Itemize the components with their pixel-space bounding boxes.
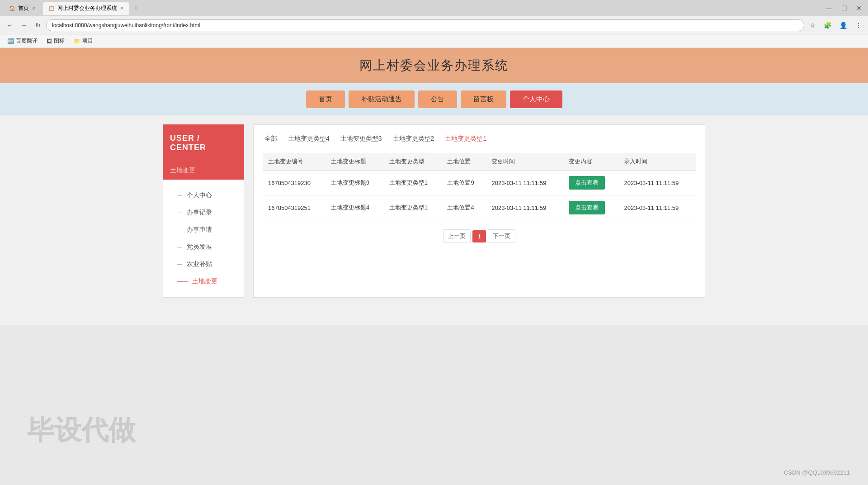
- sidebar-item-party[interactable]: 党员发展: [163, 238, 244, 256]
- cell-type-2: 土地变更类型1: [384, 195, 442, 220]
- nav-item-personal[interactable]: 个人中心: [510, 90, 562, 108]
- col-header-content: 变更内容: [563, 153, 619, 171]
- tab-close-home[interactable]: ✕: [32, 5, 36, 11]
- nav-item-home[interactable]: 首页: [306, 90, 345, 108]
- sidebar-menu: 个人中心 办事记录 办事申请 党员发展 农业补贴 土地变更: [163, 180, 244, 298]
- browser-tab-active[interactable]: 📋 网上村委会业务办理系统 ✕: [43, 2, 129, 15]
- bookmark-label-icons: 图标: [54, 37, 65, 45]
- sidebar-header: USER / CENTER: [163, 124, 244, 162]
- col-header-entry-time: 录入时间: [618, 153, 696, 171]
- cell-entry-time-1: 2023-03-11 11:11:59: [618, 171, 696, 195]
- browser-tabs-bar: 🏠 首页 ✕ 📋 网上村委会业务办理系统 ✕ + — ☐ ✕: [0, 0, 868, 16]
- forward-button[interactable]: →: [18, 20, 30, 31]
- filter-tab-type4[interactable]: 土地变更类型4: [286, 134, 331, 144]
- bookmark-icon-baidu: 🔤: [7, 38, 14, 44]
- table-row: 1678504319251 土地变更标题4 土地变更类型1 土地位置4 2023…: [263, 195, 696, 220]
- col-header-id: 土地变更编号: [263, 153, 326, 171]
- cell-content-1: 点击查看: [563, 171, 619, 195]
- cell-id-2: 1678504319251: [263, 195, 326, 220]
- page-1-button[interactable]: 1: [472, 230, 486, 242]
- cell-change-time-2: 2023-03-11 11:11:59: [486, 195, 563, 220]
- cell-change-time-1: 2023-03-11 11:11:59: [486, 171, 563, 195]
- close-button[interactable]: ✕: [854, 3, 864, 14]
- extensions-button[interactable]: 🧩: [821, 20, 834, 31]
- sidebar-item-land-change[interactable]: 土地变更: [163, 273, 244, 290]
- browser-tab-inactive[interactable]: 🏠 首页 ✕: [4, 2, 41, 15]
- csdn-badge: CSDN @QQ1039692211: [784, 469, 850, 476]
- nav-item-notice[interactable]: 公告: [418, 90, 457, 108]
- cell-entry-time-2: 2023-03-11 11:11:59: [618, 195, 696, 220]
- prev-page-button[interactable]: 上一页: [443, 229, 471, 243]
- nav-item-message[interactable]: 留言板: [461, 90, 506, 108]
- maximize-button[interactable]: ☐: [839, 3, 850, 14]
- cell-type-1: 土地变更类型1: [384, 171, 442, 195]
- pagination: 上一页 1 下一页: [263, 229, 696, 243]
- col-header-location: 土地位置: [442, 153, 486, 171]
- sidebar: USER / CENTER 土地变更 个人中心 办事记录 办事申请 党员发展 农…: [163, 124, 244, 298]
- sidebar-item-affairs-apply[interactable]: 办事申请: [163, 221, 244, 238]
- menu-button[interactable]: ⋮: [853, 20, 864, 31]
- browser-window: 🏠 首页 ✕ 📋 网上村委会业务办理系统 ✕ + — ☐ ✕ ← → ↻ ☆ 🧩…: [0, 0, 868, 485]
- tab-close-main[interactable]: ✕: [120, 5, 124, 11]
- cell-title-1: 土地变更标题9: [326, 171, 384, 195]
- sidebar-item-personal[interactable]: 个人中心: [163, 187, 244, 204]
- cell-content-2: 点击查看: [563, 195, 619, 220]
- bookmark-label-baidu: 百度翻译: [16, 37, 38, 45]
- site-header: 网上村委会业务办理系统: [0, 48, 868, 83]
- filter-tabs: 全部 土地变更类型4 土地变更类型3 土地变更类型2 土地变更类型1: [263, 134, 696, 144]
- content-area: 全部 土地变更类型4 土地变更类型3 土地变更类型2 土地变更类型1 土地变更编…: [253, 124, 705, 298]
- profile-button[interactable]: 👤: [837, 20, 850, 31]
- tab-label-main: 网上村委会业务办理系统: [57, 5, 117, 12]
- reload-button[interactable]: ↻: [33, 20, 43, 31]
- bookmark-button[interactable]: ☆: [807, 20, 818, 31]
- bookmark-project[interactable]: 📁 项目: [72, 36, 95, 46]
- bookmark-icon-project: 📁: [74, 38, 80, 44]
- new-tab-button[interactable]: +: [131, 4, 141, 12]
- sidebar-item-agri-subsidy[interactable]: 农业补贴: [163, 256, 244, 273]
- sidebar-subtitle: 土地变更: [170, 166, 195, 175]
- site-title: 网上村委会业务办理系统: [0, 57, 868, 74]
- cell-title-2: 土地变更标题4: [326, 195, 384, 220]
- nav-item-subsidy[interactable]: 补贴活动通告: [349, 90, 415, 108]
- col-header-title: 土地变更标题: [326, 153, 384, 171]
- view-button-2[interactable]: 点击查看: [569, 201, 605, 214]
- bookmark-label-project: 项目: [82, 37, 93, 45]
- back-button[interactable]: ←: [4, 20, 15, 31]
- sidebar-title-en: USER / CENTER: [170, 133, 237, 152]
- browser-toolbar: ← → ↻ ☆ 🧩 👤 ⋮: [0, 16, 868, 34]
- next-page-button[interactable]: 下一页: [488, 229, 515, 243]
- sidebar-item-affairs-record[interactable]: 办事记录: [163, 204, 244, 221]
- filter-tab-type2[interactable]: 土地变更类型2: [391, 134, 436, 144]
- main-container: USER / CENTER 土地变更 个人中心 办事记录 办事申请 党员发展 农…: [163, 124, 705, 298]
- bookmark-baidu[interactable]: 🔤 百度翻译: [5, 36, 39, 46]
- page-content: 网上村委会业务办理系统 首页 补贴活动通告 公告 留言板 个人中心 USER /…: [0, 48, 868, 325]
- bookmark-icon-icons: 🖼: [47, 38, 52, 44]
- tab-label-home: 首页: [18, 5, 29, 12]
- view-button-1[interactable]: 点击查看: [569, 176, 605, 190]
- data-table: 土地变更编号 土地变更标题 土地变更类型 土地位置 变更时间 变更内容 录入时间…: [263, 153, 696, 220]
- col-header-change-time: 变更时间: [486, 153, 563, 171]
- site-navigation: 首页 补贴活动通告 公告 留言板 个人中心: [0, 83, 868, 115]
- cell-location-2: 土地位置4: [442, 195, 486, 220]
- filter-tab-type3[interactable]: 土地变更类型3: [339, 134, 384, 144]
- col-header-type: 土地变更类型: [384, 153, 442, 171]
- filter-tab-all[interactable]: 全部: [263, 134, 279, 144]
- address-bar[interactable]: [46, 19, 804, 31]
- filter-tab-type1[interactable]: 土地变更类型1: [443, 134, 488, 144]
- bookmarks-bar: 🔤 百度翻译 🖼 图标 📁 项目: [0, 34, 868, 48]
- table-row: 1678504319230 土地变更标题9 土地变更类型1 土地位置9 2023…: [263, 171, 696, 195]
- cell-location-1: 土地位置9: [442, 171, 486, 195]
- minimize-button[interactable]: —: [823, 3, 835, 14]
- bookmark-icons[interactable]: 🖼 图标: [45, 36, 66, 46]
- cell-id-1: 1678504319230: [263, 171, 326, 195]
- sidebar-divider: 土地变更: [163, 162, 244, 180]
